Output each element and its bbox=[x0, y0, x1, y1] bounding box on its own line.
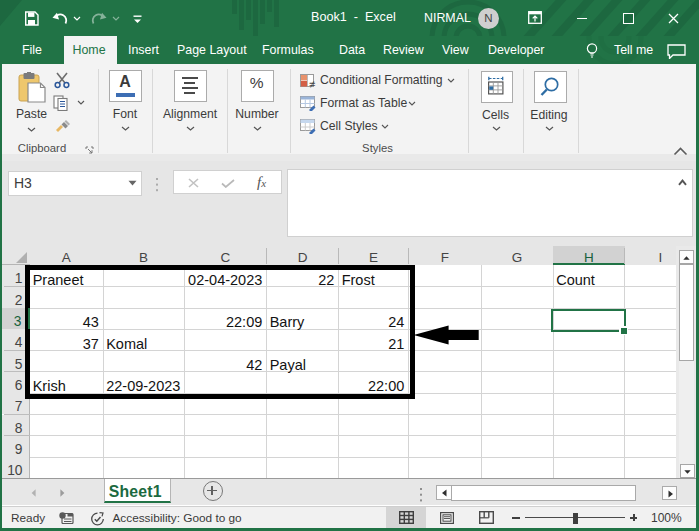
svg-text:≠: ≠ bbox=[309, 78, 315, 89]
